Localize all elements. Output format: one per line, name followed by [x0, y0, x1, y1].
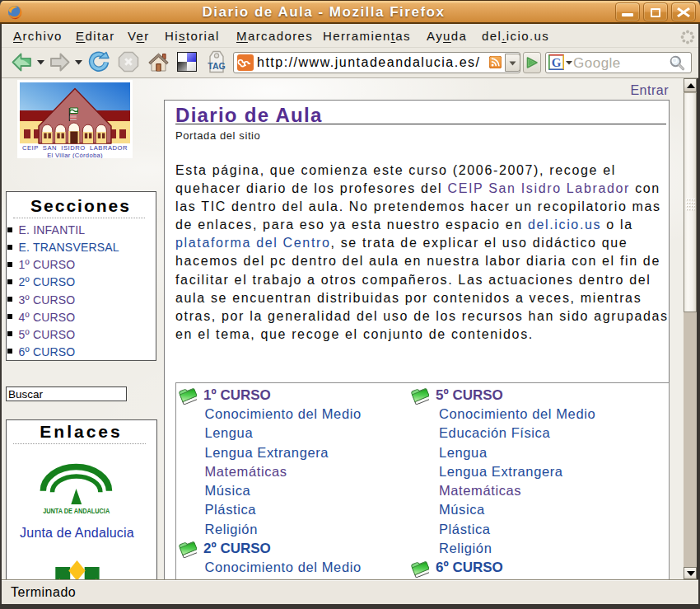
- svg-text:JUNTA DE ANDALUCIA: JUNTA DE ANDALUCIA: [43, 506, 110, 515]
- svg-text:G: G: [552, 56, 562, 69]
- svg-text:TAG: TAG: [208, 61, 225, 71]
- svg-text:El Villar (Córdoba): El Villar (Córdoba): [47, 152, 103, 159]
